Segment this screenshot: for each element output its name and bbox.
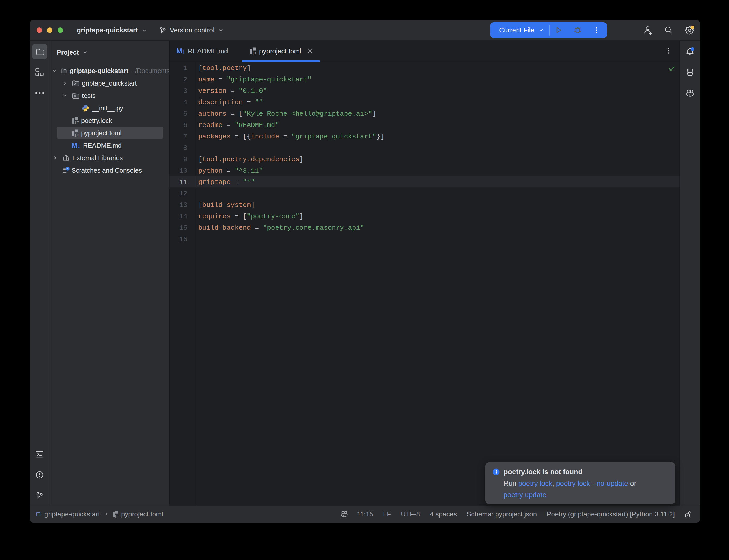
svg-text:[T]: [T] <box>75 133 79 137</box>
svg-text:[T]: [T] <box>115 514 119 518</box>
svg-text:[T]: [T] <box>75 121 79 124</box>
svg-text:[T]: [T] <box>252 51 257 55</box>
